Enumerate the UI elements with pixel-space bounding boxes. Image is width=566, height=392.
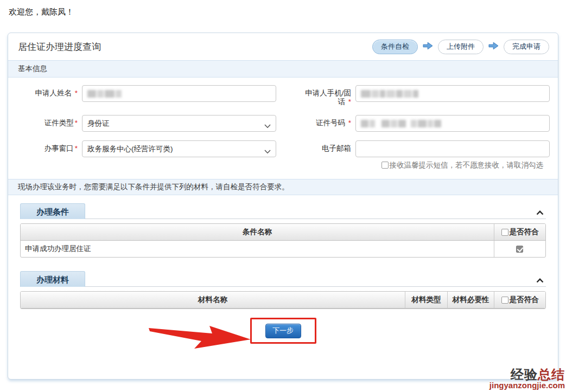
page: 欢迎您，戴陈凤！ 居住证办理进度查询 条件自检 上传附件 完成申请 基本信息 申… [0,0,566,392]
sms-checkbox[interactable] [381,162,389,169]
required-asterisk: * [348,98,351,106]
materials-table-header: 材料名称 材料类型 材料必要性 是否符合 [21,292,545,309]
materials-col-necessity: 材料必要性 [447,292,494,309]
step-arrow-icon [423,42,433,52]
basic-info-header: 基本信息 [8,60,558,78]
step-indicator: 条件自检 上传附件 完成申请 [372,40,549,54]
watermark: 经验总结 jingyanzongjie.com [489,368,565,390]
page-title: 居住证办理进度查询 [18,41,101,53]
required-asterisk: * [75,119,78,127]
chevron-down-icon [264,147,271,156]
redacted-value [361,90,418,98]
email-input[interactable] [355,140,550,157]
service-window-select[interactable]: 政务服务中心(经营许可类) [82,140,276,157]
main-panel: 居住证办理进度查询 条件自检 上传附件 完成申请 基本信息 申请人姓名 * [8,33,558,380]
condition-match-cell [494,241,545,257]
required-asterisk: * [75,89,78,97]
welcome-text: 欢迎您，戴陈凤！ [9,7,74,17]
materials-col-type: 材料类型 [405,292,447,309]
email-label: 电子邮箱 [276,140,355,153]
id-type-label: 证件类型* [10,115,82,127]
table-row: 申请成功办理居住证 [21,241,545,257]
id-type-select[interactable]: 身份证 [82,115,276,132]
conditions-col-name: 条件名称 [21,224,494,241]
conditions-section: 办理条件 条件名称 是否符合 申请成功办理居住证 [8,203,558,258]
red-annotation-box: 下一步 [250,318,316,344]
redacted-value [361,120,441,127]
id-type-value: 身份证 [87,119,110,128]
watermark-site: jingyanzongjie.com [489,381,565,390]
collapse-materials-button[interactable] [536,278,544,283]
watermark-brand: 经验总结 [489,368,565,381]
step-arrow-icon [488,42,499,52]
panel-header: 居住证办理进度查询 条件自检 上传附件 完成申请 [8,33,558,60]
red-annotation-arrow [149,324,252,350]
basic-info-form: 申请人姓名 * 申请人手机/固话 * 证件类型* 身份证 证件号码 * [8,78,558,179]
footer-actions: 下一步 [8,318,558,370]
service-window-label: 办事窗口* [10,140,82,153]
materials-section: 办理材料 材料名称 材料类型 材料必要性 是否符合 [8,271,558,309]
applicant-name-input[interactable] [82,85,276,102]
tab-conditions[interactable]: 办理条件 [20,203,85,219]
conditions-table-header: 条件名称 是否符合 [21,224,545,241]
step-complete-application[interactable]: 完成申请 [504,40,549,54]
step-condition-check[interactable]: 条件自检 [372,40,418,54]
conditions-col-match: 是否符合 [494,224,545,241]
materials-col-name: 材料名称 [21,292,405,309]
phone-input[interactable] [355,85,550,102]
id-number-label: 证件号码 * [276,115,355,127]
required-asterisk: * [348,119,351,127]
tab-materials[interactable]: 办理材料 [20,271,85,287]
id-number-input[interactable] [355,115,550,132]
conditions-selectall-checkbox[interactable] [501,229,508,236]
next-step-button[interactable]: 下一步 [265,324,301,338]
condition-name: 申请成功办理居住证 [21,241,494,257]
conditions-table: 条件名称 是否符合 申请成功办理居住证 [20,223,546,258]
required-asterisk: * [75,144,78,152]
materials-section-head: 办理材料 [20,271,546,287]
applicant-name-label: 申请人姓名 * [10,85,82,98]
condition-row-checkbox[interactable] [516,246,523,253]
collapse-conditions-button[interactable] [536,210,544,215]
sms-checkbox-label: 接收温馨提示短信，若不愿意接收，请取消勾选 [390,161,544,169]
materials-col-match: 是否符合 [494,292,545,309]
step-upload-attachment[interactable]: 上传附件 [438,40,484,54]
notice-bar: 现场办理该业务时，您需要满足以下条件并提供下列的材料，请自检是否符合要求。 [8,179,558,195]
conditions-section-head: 办理条件 [20,203,546,219]
redacted-value [87,90,122,98]
chevron-down-icon [264,122,271,130]
sms-opt-row: 接收温馨提示短信，若不愿意接收，请取消勾选 [10,160,555,170]
service-window-value: 政务服务中心(经营许可类) [87,144,173,154]
materials-selectall-checkbox[interactable] [501,297,508,304]
phone-label: 申请人手机/固话 * [276,85,355,106]
materials-table: 材料名称 材料类型 材料必要性 是否符合 [20,291,546,309]
